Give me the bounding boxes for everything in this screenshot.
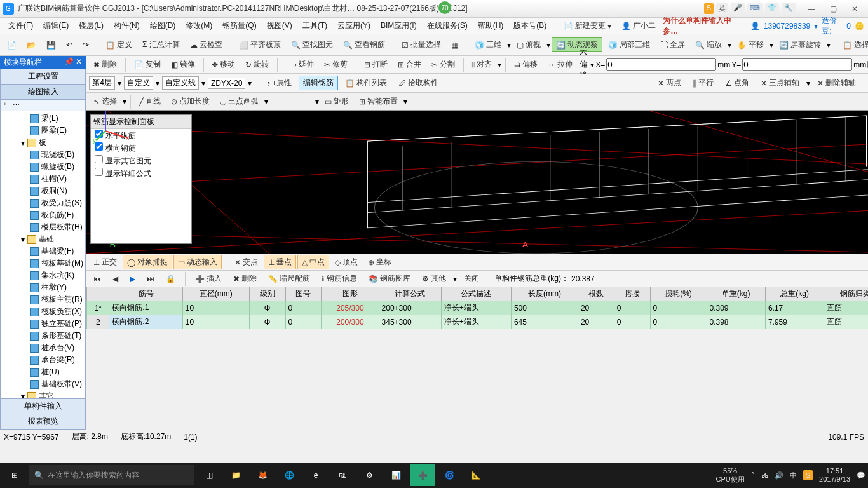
redo-icon[interactable]: ↷: [78, 39, 93, 51]
nav-tree[interactable]: 梁(L)圈梁(E)▾ 板现浇板(B)螺旋板(B)柱帽(V)板洞(N)板受力筋(S…: [0, 111, 86, 399]
taskview-icon[interactable]: ◫: [197, 464, 221, 486]
trim-button[interactable]: ✂修剪: [320, 57, 352, 72]
app-icon-4[interactable]: 📐: [464, 464, 488, 486]
tree-node[interactable]: 梁(L): [1, 112, 85, 125]
menu-draw[interactable]: 绘图(D): [146, 18, 180, 33]
tray-sogou-icon[interactable]: S: [803, 470, 813, 480]
maximize-button[interactable]: ▢: [822, 2, 844, 16]
two-point-button[interactable]: ✕两点: [653, 76, 686, 90]
menu-online[interactable]: 在线服务(S): [423, 18, 472, 33]
view-steel-button[interactable]: 🔍查看钢筋: [339, 37, 390, 52]
line-tool[interactable]: ╱直线: [135, 94, 165, 109]
point-angle-button[interactable]: ∠点角: [721, 76, 754, 90]
tree-node[interactable]: ▾ 板: [1, 137, 85, 149]
offset-button[interactable]: ⇉偏移: [510, 57, 542, 72]
dynamic-view-button[interactable]: 🔄动态观察: [552, 37, 602, 52]
tree-node[interactable]: 独立基础(P): [1, 318, 85, 330]
y-input[interactable]: [742, 58, 852, 71]
explorer-icon[interactable]: 📁: [224, 464, 248, 486]
tree-node[interactable]: 现浇板(B): [1, 149, 85, 161]
start-button[interactable]: ⊞: [3, 464, 27, 486]
intersect-snap[interactable]: ✕交点: [230, 255, 262, 269]
tree-node[interactable]: ▾ 其它: [1, 390, 85, 399]
category-select[interactable]: 自定义: [124, 76, 153, 90]
coin-icon[interactable]: 🪙: [855, 22, 864, 30]
nav-toggle-strip[interactable]: ⁺⁻ ⋯: [0, 100, 86, 111]
ime-tool-icon[interactable]: 🔧: [782, 3, 796, 14]
del-axis-button[interactable]: ✕删除辅轴: [813, 76, 860, 90]
find-element-button[interactable]: 🔍查找图元: [287, 37, 337, 52]
tray-vol-icon[interactable]: 🔊: [775, 471, 783, 480]
tray-up-icon[interactable]: ˄: [751, 471, 755, 480]
rotate-button[interactable]: ↻旋转: [241, 57, 273, 72]
tray-net-icon[interactable]: 🖧: [761, 471, 768, 479]
insert-row-button[interactable]: ➕插入: [191, 271, 226, 286]
mirror-button[interactable]: ◧镜像: [166, 57, 200, 72]
pin-icon[interactable]: 📌 ✕: [64, 57, 82, 68]
app-icon-2[interactable]: ➕: [410, 464, 435, 486]
tree-node[interactable]: 条形基础(T): [1, 330, 85, 342]
app-icon-1[interactable]: 📊: [384, 464, 408, 486]
copy-button[interactable]: 📄复制: [130, 57, 165, 72]
viewport-3d[interactable]: A B 钢筋显示控制面板 水平纵筋 横向钢筋 显示其它图元 显示详细公式 x y…: [86, 111, 868, 254]
pan-button[interactable]: ✋平移: [733, 37, 768, 52]
osnap-toggle[interactable]: ◯对象捕捉: [123, 255, 172, 269]
nav-tab-project[interactable]: 工程设置: [0, 69, 86, 85]
hint-link[interactable]: 为什么单构件输入中参…: [663, 15, 744, 37]
align-button[interactable]: ⫴对齐: [467, 57, 496, 72]
nav-tab-single[interactable]: 单构件输入: [0, 399, 86, 414]
ime-mic-icon[interactable]: 🎤: [731, 3, 745, 14]
3d-button[interactable]: 🧊三维: [470, 37, 506, 52]
rect-tool[interactable]: ▭矩形: [320, 94, 353, 109]
grid-first-icon[interactable]: ⏮: [89, 273, 105, 285]
tree-node[interactable]: ▾ 基础: [1, 233, 85, 245]
menu-edit[interactable]: 编辑(E): [39, 18, 73, 33]
tree-node[interactable]: 板负筋(F): [1, 209, 85, 221]
user-button[interactable]: 👤广小二: [617, 18, 660, 33]
edge-icon[interactable]: e: [304, 464, 328, 486]
define-button[interactable]: 📋定义: [101, 37, 137, 52]
split-button[interactable]: ✂分割: [427, 57, 459, 72]
mid-snap[interactable]: △中点: [297, 255, 329, 269]
new-change-button[interactable]: 📄新建变更 ▾: [559, 18, 616, 33]
comp-list-button[interactable]: 📋构件列表: [341, 76, 391, 90]
menu-modify[interactable]: 修改(M): [181, 18, 217, 33]
tree-node[interactable]: 板洞(N): [1, 185, 85, 197]
tree-node[interactable]: 板受力筋(S): [1, 197, 85, 209]
save-icon[interactable]: 💾: [42, 39, 60, 51]
extend-button[interactable]: ⟶延伸: [281, 57, 318, 72]
settings-icon[interactable]: ⚙: [357, 464, 381, 486]
menu-rebar[interactable]: 钢筋量(Q): [218, 18, 261, 33]
grid-prev-icon[interactable]: ◀: [108, 273, 123, 285]
dyn-input-toggle[interactable]: ▭动态输入: [173, 255, 222, 269]
zoom-button[interactable]: 🔍缩放: [691, 37, 726, 52]
tree-node[interactable]: 桩(U): [1, 366, 85, 378]
menu-version[interactable]: 版本号(B): [509, 18, 551, 33]
ime-skin-icon[interactable]: 👕: [765, 3, 779, 14]
undo-icon[interactable]: ↶: [62, 39, 77, 51]
select-tool[interactable]: ↖选择: [89, 94, 121, 109]
grid-next-icon[interactable]: ▶: [125, 273, 140, 285]
break-button[interactable]: ⊟打断: [360, 57, 392, 72]
cloud-check-button[interactable]: ☁云检查: [186, 37, 227, 52]
move-button[interactable]: ✥移动: [207, 57, 240, 72]
fullscreen-button[interactable]: ⛶全屏: [656, 37, 689, 52]
tree-node[interactable]: 桩承台(V): [1, 342, 85, 354]
menu-floor[interactable]: 楼层(L): [74, 18, 108, 33]
tree-node[interactable]: 楼层板带(H): [1, 221, 85, 233]
open-icon[interactable]: 📂: [22, 39, 41, 51]
rebar-lib-button[interactable]: 📚钢筋图库: [364, 271, 415, 286]
nav-tab-report[interactable]: 报表预览: [0, 414, 86, 430]
filter-icon[interactable]: ▦: [447, 39, 463, 51]
top-view-button[interactable]: ▢俯视: [512, 37, 545, 52]
rebar-grid[interactable]: 筋号直径(mm)级别图号图形计算公式公式描述长度(mm)根数搭接损耗(%)单重(…: [86, 287, 868, 430]
grid-last-icon[interactable]: ⏭: [142, 273, 159, 285]
apex-snap[interactable]: ◇顶点: [330, 255, 362, 269]
new-icon[interactable]: 📄: [3, 39, 21, 51]
tree-node[interactable]: 基础梁(F): [1, 245, 85, 257]
minimize-button[interactable]: —: [801, 2, 822, 16]
smart-layout-tool[interactable]: ⊞智能布置: [355, 94, 402, 109]
floor-select[interactable]: 第4层: [89, 76, 115, 90]
close-button[interactable]: ✕: [844, 2, 865, 16]
stretch-button[interactable]: ↔拉伸: [543, 57, 577, 72]
